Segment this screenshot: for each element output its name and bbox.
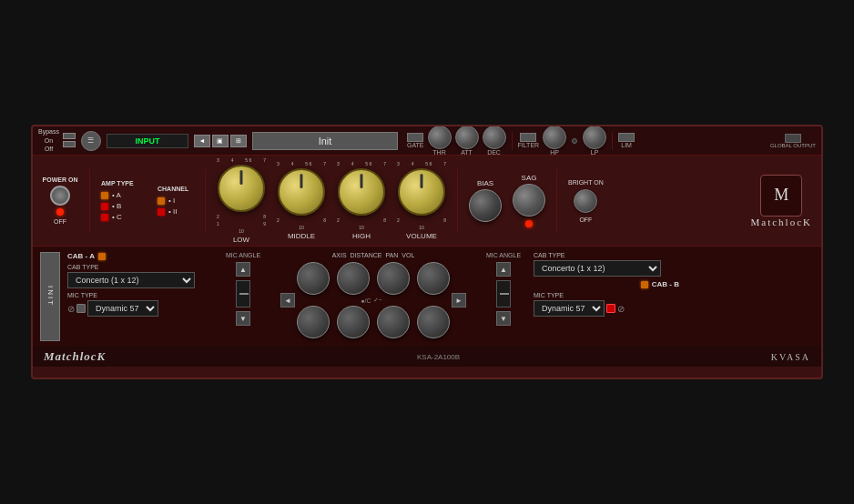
cab-b-label: CAB - B xyxy=(652,280,679,288)
cab-a-type-label: CAB TYPE xyxy=(67,264,99,270)
model-label: KSA-2A100B xyxy=(417,353,460,361)
vol-bottom-knob[interactable] xyxy=(417,306,450,338)
cab-b-type-select[interactable]: Concerto (1 x 12) xyxy=(534,260,661,277)
mic-angle-right-down[interactable]: ▼ xyxy=(496,311,511,326)
cab-a-mic-toggle[interactable] xyxy=(76,304,86,313)
center-left-arrow[interactable]: ◄ xyxy=(280,293,295,307)
global-output-section: GLOBAL OUTPUT xyxy=(770,134,816,148)
folder-icon-button[interactable]: ▣ xyxy=(212,135,229,147)
mic-angle-right-up[interactable]: ▲ xyxy=(496,262,511,277)
vol-top-knob[interactable] xyxy=(417,262,450,295)
high-knob[interactable] xyxy=(338,168,385,216)
input-display[interactable]: INPUT xyxy=(107,134,188,148)
amp-c-led xyxy=(101,214,108,221)
grid-icon-button[interactable]: ⊞ xyxy=(230,135,247,147)
distance-knob[interactable] xyxy=(337,262,370,295)
prev-preset-button[interactable]: ◄ xyxy=(194,135,210,147)
mic-angle-left-display xyxy=(236,280,250,307)
amp-option-c[interactable]: • C xyxy=(101,213,147,221)
mic-angle-left: MIC ANGLE ▲ ▼ xyxy=(220,252,266,341)
mic-angle-left-label: MIC ANGLE xyxy=(226,252,260,258)
bright-knob[interactable] xyxy=(574,189,597,213)
lim-label: LIM xyxy=(621,142,632,148)
cab-a-label: CAB - A xyxy=(67,252,95,260)
amp-option-b[interactable]: • B xyxy=(101,202,147,210)
channel-ii-led xyxy=(158,208,165,216)
main-controls: POWER ON OFF AMP TYPE • A • B • C CHA xyxy=(33,156,821,247)
on-label: On xyxy=(45,136,53,146)
amp-a-led xyxy=(101,192,108,199)
high-label: HIGH xyxy=(352,232,371,240)
hp-knob[interactable] xyxy=(543,126,566,149)
cab-left-panel: CAB - A CAB TYPE Concerto (1 x 12) MIC T… xyxy=(67,252,213,341)
axis-knob[interactable] xyxy=(297,262,330,295)
channel-option-ii[interactable]: • II xyxy=(158,207,194,216)
thr-knob[interactable] xyxy=(428,126,452,149)
preset-name[interactable]: Init xyxy=(252,132,398,150)
sag-section: SAG xyxy=(513,174,545,227)
init-tab[interactable]: INIT xyxy=(40,252,60,341)
mic-angle-left-up[interactable]: ▲ xyxy=(236,262,250,277)
sag-led xyxy=(525,220,533,227)
distance-label: DISTANCE xyxy=(351,252,382,258)
on-toggle[interactable] xyxy=(63,141,76,147)
off-label: Off xyxy=(45,145,53,154)
dec-knob[interactable] xyxy=(483,126,506,149)
channel-option-i[interactable]: • I xyxy=(158,197,194,205)
bright-off-label: OFF xyxy=(579,217,592,223)
matchlock-logo: M MatchlocK xyxy=(751,175,812,227)
center-right-arrow[interactable]: ► xyxy=(452,293,466,307)
pan-bottom-knob[interactable] xyxy=(377,306,410,338)
plugin-container: Bypass On Off ☰ INPUT ◄ ▣ ⊞ Init GATE xyxy=(31,125,823,379)
axis-bottom-knob[interactable] xyxy=(297,306,330,338)
volume-knob-section: 345 67 28 10 VOLUME xyxy=(397,161,446,240)
pan-knob[interactable] xyxy=(377,262,410,295)
axis-label: AXIS xyxy=(332,252,347,258)
amp-b-led xyxy=(101,203,108,210)
high-knob-section: 345 67 28 10 HIGH xyxy=(337,161,386,240)
vol-label: VOL xyxy=(402,252,414,258)
cab-b-mic-select[interactable]: Dynamic 57 xyxy=(534,300,605,317)
volume-label: VOLUME xyxy=(406,232,437,240)
power-off-label: OFF xyxy=(54,218,66,225)
lp-knob[interactable] xyxy=(583,126,606,149)
bypass-toggle[interactable] xyxy=(63,133,76,139)
low-knob[interactable] xyxy=(218,165,265,212)
sag-label: SAG xyxy=(522,174,537,182)
low-knob-section: 345 67 28 19 10 LOW xyxy=(217,157,266,244)
cab-a-mic-select[interactable]: Dynamic 57 xyxy=(87,300,158,317)
filter-label: FILTER xyxy=(518,142,540,148)
bypass-label: Bypass xyxy=(38,127,59,136)
distance-bottom-knob[interactable] xyxy=(337,306,370,338)
menu-button[interactable]: ☰ xyxy=(81,131,101,151)
bias-section: BIAS xyxy=(469,179,502,222)
channel-section: CHANNEL • I • II xyxy=(158,186,194,216)
power-button[interactable] xyxy=(50,186,70,206)
bias-knob[interactable] xyxy=(469,189,502,222)
global-output-toggle[interactable] xyxy=(785,134,801,143)
cab-a-type-select[interactable]: Concerto (1 x 12) xyxy=(67,272,195,288)
pan-label: PAN xyxy=(385,252,398,258)
hp-label: HP xyxy=(550,149,559,156)
matchlock-title: MatchlocK xyxy=(751,217,812,227)
att-knob[interactable] xyxy=(455,126,479,149)
bias-label: BIAS xyxy=(477,179,493,187)
gate-toggle[interactable] xyxy=(407,133,423,142)
volume-knob[interactable] xyxy=(398,168,445,216)
lim-toggle[interactable] xyxy=(618,133,635,142)
att-label: ATT xyxy=(461,149,473,156)
cab-right-panel: CAB TYPE Concerto (1 x 12) CAB - B MIC T… xyxy=(534,252,679,341)
mic-angle-left-down[interactable]: ▼ xyxy=(236,311,250,326)
amp-option-a[interactable]: • A xyxy=(101,191,147,199)
global-output-label: GLOBAL OUTPUT xyxy=(770,143,816,148)
middle-knob[interactable] xyxy=(278,168,325,216)
mic-angle-right-display xyxy=(496,280,511,307)
amp-type-section: AMP TYPE • A • B • C xyxy=(101,180,147,221)
middle-knob-section: 345 67 28 10 MIDDLE xyxy=(277,161,326,240)
cab-b-mic-toggle[interactable] xyxy=(606,304,615,313)
filter-toggle[interactable] xyxy=(520,133,536,142)
sag-knob[interactable] xyxy=(513,184,545,217)
cab-a-mic-type-label: MIC TYPE xyxy=(67,292,97,298)
cab-b-led xyxy=(641,281,648,288)
middle-label: MIDDLE xyxy=(288,232,315,240)
